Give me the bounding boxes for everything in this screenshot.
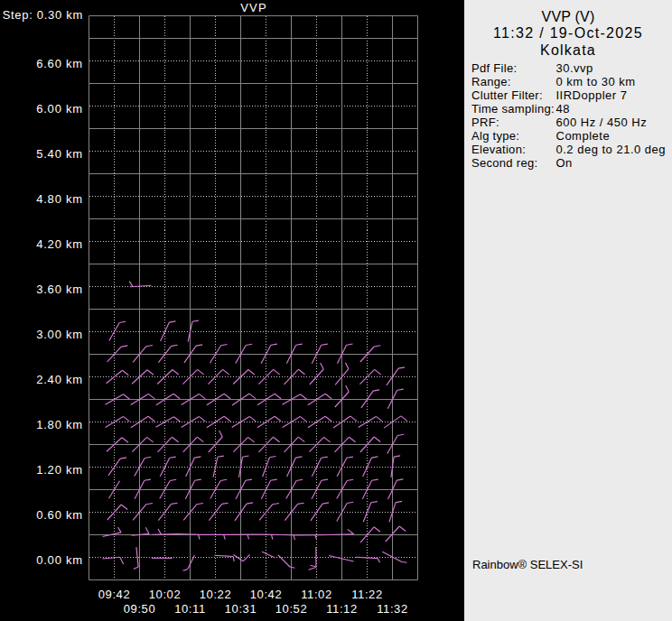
svg-text:2.40 km: 2.40 km bbox=[36, 373, 83, 386]
svg-text:Step: 0.30 km: Step: 0.30 km bbox=[3, 8, 83, 22]
svg-text:3.60 km: 3.60 km bbox=[36, 283, 83, 296]
svg-text:1.80 km: 1.80 km bbox=[36, 418, 83, 431]
svg-text:Complete: Complete bbox=[556, 129, 611, 143]
svg-text:09:50: 09:50 bbox=[124, 602, 156, 616]
svg-text:1.20 km: 1.20 km bbox=[36, 463, 83, 477]
svg-text:Time sampling:: Time sampling: bbox=[471, 102, 555, 116]
svg-text:10:02: 10:02 bbox=[149, 588, 182, 601]
svg-text:Elevation:: Elevation: bbox=[471, 143, 526, 156]
svg-text:PRF:: PRF: bbox=[471, 116, 499, 129]
svg-text:0.2 deg to 21.0 deg: 0.2 deg to 21.0 deg bbox=[556, 143, 667, 156]
svg-text:3.00 km: 3.00 km bbox=[36, 328, 83, 341]
svg-text:09:42: 09:42 bbox=[98, 588, 131, 601]
svg-text:0.60 km: 0.60 km bbox=[36, 508, 83, 522]
svg-text:600 Hz / 450 Hz: 600 Hz / 450 Hz bbox=[556, 116, 648, 129]
svg-text:Clutter Filter:: Clutter Filter: bbox=[471, 88, 543, 102]
svg-text:4.80 km: 4.80 km bbox=[36, 192, 83, 206]
svg-text:6.60 km: 6.60 km bbox=[36, 57, 83, 70]
svg-text:Kolkata: Kolkata bbox=[540, 42, 596, 58]
svg-text:6.00 km: 6.00 km bbox=[36, 102, 83, 116]
svg-text:48: 48 bbox=[556, 102, 570, 116]
svg-text:Pdf File:: Pdf File: bbox=[471, 61, 517, 75]
svg-text:VVP: VVP bbox=[240, 1, 267, 14]
svg-text:5.40 km: 5.40 km bbox=[36, 147, 83, 161]
svg-text:11:12: 11:12 bbox=[326, 602, 358, 616]
svg-text:11:02: 11:02 bbox=[301, 588, 332, 601]
svg-text:10:22: 10:22 bbox=[200, 588, 232, 601]
svg-text:11:32: 11:32 bbox=[377, 602, 408, 616]
svg-text:11:32 / 19-Oct-2025: 11:32 / 19-Oct-2025 bbox=[493, 25, 643, 41]
svg-text:Second reg:: Second reg: bbox=[471, 156, 537, 170]
svg-text:4.20 km: 4.20 km bbox=[36, 237, 83, 251]
svg-text:10:42: 10:42 bbox=[250, 588, 283, 601]
svg-text:Alg type:: Alg type: bbox=[471, 129, 519, 143]
svg-text:0 km to 30 km: 0 km to 30 km bbox=[556, 75, 636, 88]
svg-text:10:31: 10:31 bbox=[225, 602, 257, 616]
svg-text:10:52: 10:52 bbox=[275, 602, 308, 616]
svg-text:0.00 km: 0.00 km bbox=[36, 553, 83, 567]
svg-text:On: On bbox=[556, 156, 573, 170]
svg-text:Rainbow® SELEX-SI: Rainbow® SELEX-SI bbox=[472, 558, 583, 571]
svg-text:VVP (V): VVP (V) bbox=[542, 9, 595, 24]
svg-text:11:22: 11:22 bbox=[351, 588, 383, 601]
svg-text:10:11: 10:11 bbox=[174, 602, 206, 616]
svg-text:Range:: Range: bbox=[471, 75, 511, 88]
svg-text:30.vvp: 30.vvp bbox=[556, 61, 593, 75]
svg-text:IIRDoppler 7: IIRDoppler 7 bbox=[556, 88, 628, 102]
